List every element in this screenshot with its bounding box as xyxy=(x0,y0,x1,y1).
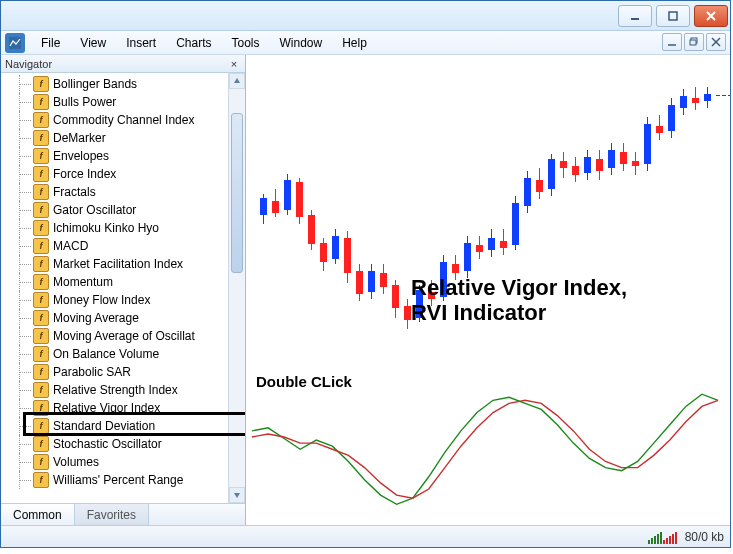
indicator-icon: f xyxy=(33,166,49,182)
indicator-label: Force Index xyxy=(52,167,116,181)
menu-window[interactable]: Window xyxy=(270,33,333,53)
mdi-close-button[interactable] xyxy=(706,33,726,51)
indicator-icon: f xyxy=(33,184,49,200)
indicator-item[interactable]: fParabolic SAR xyxy=(11,363,228,381)
indicator-icon: f xyxy=(33,472,49,488)
svg-marker-11 xyxy=(234,493,240,498)
navigator-close-button[interactable]: × xyxy=(227,57,241,71)
indicator-item[interactable]: fDeMarker xyxy=(11,129,228,147)
indicator-icon: f xyxy=(33,202,49,218)
indicator-label: Market Facilitation Index xyxy=(52,257,183,271)
indicator-icon: f xyxy=(33,148,49,164)
indicator-item[interactable]: fIchimoku Kinko Hyo xyxy=(11,219,228,237)
indicator-label: Bulls Power xyxy=(52,95,116,109)
indicator-label: Moving Average xyxy=(52,311,139,325)
connection-signal-icon xyxy=(648,530,677,544)
indicator-item[interactable]: fMomentum xyxy=(11,273,228,291)
navigator-tab-common[interactable]: Common xyxy=(1,504,75,525)
indicator-item[interactable]: fRelative Vigor Index xyxy=(11,399,228,417)
indicator-item[interactable]: fStochastic Oscillator xyxy=(11,435,228,453)
indicator-item[interactable]: fMarket Facilitation Index xyxy=(11,255,228,273)
mdi-minimize-button[interactable] xyxy=(662,33,682,51)
indicator-item[interactable]: fMoving Average xyxy=(11,309,228,327)
navigator-title: Navigator xyxy=(5,58,52,70)
indicator-label: Parabolic SAR xyxy=(52,365,131,379)
indicator-item[interactable]: fStandard Deviation xyxy=(11,417,228,435)
indicator-label: Ichimoku Kinko Hyo xyxy=(52,221,159,235)
menu-charts[interactable]: Charts xyxy=(166,33,221,53)
app-window: File View Insert Charts Tools Window Hel… xyxy=(0,0,731,548)
navigator-header: Navigator × xyxy=(1,55,245,73)
indicator-item[interactable]: fWilliams' Percent Range xyxy=(11,471,228,489)
indicator-icon: f xyxy=(33,238,49,254)
indicator-item[interactable]: fCommodity Channel Index xyxy=(11,111,228,129)
title-bar xyxy=(1,1,730,31)
svg-rect-7 xyxy=(690,40,696,45)
svg-rect-1 xyxy=(669,12,677,20)
indicator-item[interactable]: fVolumes xyxy=(11,453,228,471)
chart-area[interactable]: Relative Vigor Index, RVI Indicator Doub… xyxy=(246,55,730,525)
indicator-label: Williams' Percent Range xyxy=(52,473,183,487)
indicator-label: On Balance Volume xyxy=(52,347,159,361)
indicator-item[interactable]: fBollinger Bands xyxy=(11,75,228,93)
indicator-icon: f xyxy=(33,346,49,362)
indicator-item[interactable]: fFractals xyxy=(11,183,228,201)
navigator-tab-favorites[interactable]: Favorites xyxy=(75,504,149,525)
indicator-label: Fractals xyxy=(52,185,96,199)
menu-view[interactable]: View xyxy=(70,33,116,53)
indicator-icon: f xyxy=(33,436,49,452)
menu-file[interactable]: File xyxy=(31,33,70,53)
indicator-icon: f xyxy=(33,364,49,380)
indicator-label: DeMarker xyxy=(52,131,106,145)
indicator-icon: f xyxy=(33,94,49,110)
indicator-item[interactable]: fMACD xyxy=(11,237,228,255)
indicator-label: Volumes xyxy=(52,455,99,469)
indicator-item[interactable]: fForce Index xyxy=(11,165,228,183)
menu-bar: File View Insert Charts Tools Window Hel… xyxy=(1,31,730,55)
indicator-item[interactable]: fMoney Flow Index xyxy=(11,291,228,309)
scroll-down-button[interactable] xyxy=(229,487,245,503)
indicator-icon: f xyxy=(33,256,49,272)
indicator-icon: f xyxy=(33,274,49,290)
indicator-item[interactable]: fGator Oscillator xyxy=(11,201,228,219)
indicator-icon: f xyxy=(33,220,49,236)
indicator-item[interactable]: fOn Balance Volume xyxy=(11,345,228,363)
indicator-label: Relative Strength Index xyxy=(52,383,178,397)
menu-help[interactable]: Help xyxy=(332,33,377,53)
indicator-icon: f xyxy=(33,400,49,416)
indicator-label: Envelopes xyxy=(52,149,109,163)
indicator-icon: f xyxy=(33,310,49,326)
indicator-label: Standard Deviation xyxy=(52,419,155,433)
indicator-item[interactable]: fEnvelopes xyxy=(11,147,228,165)
scroll-thumb[interactable] xyxy=(231,113,243,273)
indicator-label: Gator Oscillator xyxy=(52,203,136,217)
menu-tools[interactable]: Tools xyxy=(222,33,270,53)
navigator-scrollbar[interactable] xyxy=(228,73,245,503)
close-button[interactable] xyxy=(694,5,728,27)
maximize-button[interactable] xyxy=(656,5,690,27)
menu-insert[interactable]: Insert xyxy=(116,33,166,53)
minimize-button[interactable] xyxy=(618,5,652,27)
status-traffic: 80/0 kb xyxy=(685,530,724,544)
indicator-tree[interactable]: fBollinger BandsfBulls PowerfCommodity C… xyxy=(1,73,228,503)
navigator-pane: Navigator × fBollinger BandsfBulls Power… xyxy=(1,55,246,525)
indicator-label: MACD xyxy=(52,239,88,253)
indicator-label: Commodity Channel Index xyxy=(52,113,194,127)
svg-marker-10 xyxy=(234,78,240,83)
app-icon xyxy=(5,33,25,53)
chart-annotation-hint: Double CLick xyxy=(256,373,352,390)
indicator-label: Stochastic Oscillator xyxy=(52,437,162,451)
indicator-label: Momentum xyxy=(52,275,113,289)
mdi-restore-button[interactable] xyxy=(684,33,704,51)
indicator-item[interactable]: fBulls Power xyxy=(11,93,228,111)
chart-annotation-line2: RVI Indicator xyxy=(411,300,627,325)
indicator-label: Relative Vigor Index xyxy=(52,401,160,415)
chart-annotation-line1: Relative Vigor Index, xyxy=(411,275,627,300)
scroll-up-button[interactable] xyxy=(229,73,245,89)
indicator-item[interactable]: fMoving Average of Oscillat xyxy=(11,327,228,345)
indicator-icon: f xyxy=(33,130,49,146)
chart-annotation-title: Relative Vigor Index, RVI Indicator xyxy=(411,275,627,326)
indicator-label: Moving Average of Oscillat xyxy=(52,329,195,343)
status-bar: 80/0 kb xyxy=(1,525,730,547)
indicator-item[interactable]: fRelative Strength Index xyxy=(11,381,228,399)
